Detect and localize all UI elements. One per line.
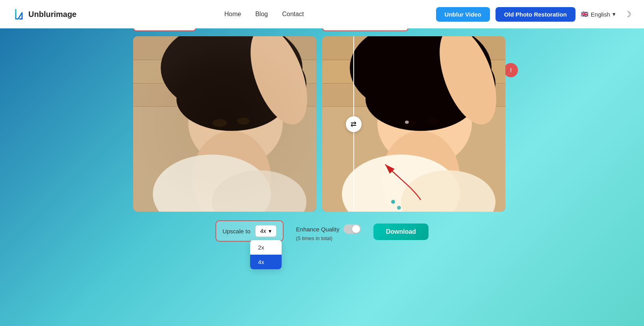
upscale-row: Upscale to 4x ▾ 2x 4x	[215, 220, 284, 242]
toggle-knob	[352, 225, 360, 233]
swap-icon: ⇄	[351, 120, 356, 129]
dark-mode-icon[interactable]: ☽	[624, 9, 631, 19]
enhance-toggle[interactable]	[343, 224, 361, 234]
svg-point-40	[397, 206, 401, 210]
swap-button[interactable]: ⇄	[346, 116, 362, 132]
logo-icon	[13, 8, 25, 20]
main-content: ! Original: 690×675	[0, 28, 644, 242]
upscale-group: Upscale to 4x ▾ 2x 4x	[215, 220, 284, 242]
old-photo-restoration-button[interactable]: Old Photo Restoration	[496, 7, 575, 22]
original-photo-sim	[133, 36, 316, 212]
svg-point-31	[402, 119, 416, 127]
chevron-down-icon: ▾	[269, 228, 271, 234]
svg-point-39	[391, 200, 395, 204]
svg-point-32	[426, 117, 439, 125]
nav-blog[interactable]: Blog	[255, 11, 268, 18]
logo[interactable]: Unblurimage	[13, 8, 76, 20]
upscale-select[interactable]: 4x ▾	[255, 225, 277, 237]
dropdown-option-2x[interactable]: 2x	[250, 240, 282, 255]
upscale-dropdown[interactable]: 2x 4x	[250, 240, 282, 269]
original-image	[133, 36, 316, 212]
upscale-label: Upscale to	[223, 228, 251, 235]
enhance-group: Enhance Quality (5 times in total)	[296, 220, 361, 241]
enhance-row: Enhance Quality	[296, 224, 361, 234]
language-label: English	[591, 11, 610, 18]
chevron-down-icon: ▾	[612, 11, 616, 18]
enhance-label: Enhance Quality	[296, 226, 340, 233]
flag-icon: 🇬🇧	[581, 11, 588, 18]
original-panel: Original: 690×675	[133, 36, 322, 212]
controls-area: Upscale to 4x ▾ 2x 4x Enhance Quality (	[215, 220, 429, 242]
nav-actions: Unblur Video Old Photo Restoration 🇬🇧 En…	[436, 7, 631, 22]
dropdown-option-4x[interactable]: 4x	[250, 255, 282, 269]
upscale-value: 4x	[260, 228, 266, 234]
nav-links: Home Blog Contact	[92, 11, 436, 18]
output-panel: Output Result: 2760×2700	[322, 36, 511, 212]
nav-contact[interactable]: Contact	[282, 11, 304, 18]
comparison-wrapper: Original: 690×675	[133, 36, 511, 212]
language-selector[interactable]: 🇬🇧 English ▾	[581, 11, 616, 18]
logo-text: Unblurimage	[28, 10, 76, 19]
svg-point-33	[405, 121, 409, 124]
navbar: Unblurimage Home Blog Contact Unblur Vid…	[0, 0, 644, 28]
svg-rect-19	[133, 36, 316, 212]
download-button[interactable]: Download	[373, 224, 429, 240]
nav-home[interactable]: Home	[224, 11, 241, 18]
enhance-sub: (5 times in total)	[296, 235, 361, 241]
unblur-video-button[interactable]: Unblur Video	[436, 7, 490, 22]
